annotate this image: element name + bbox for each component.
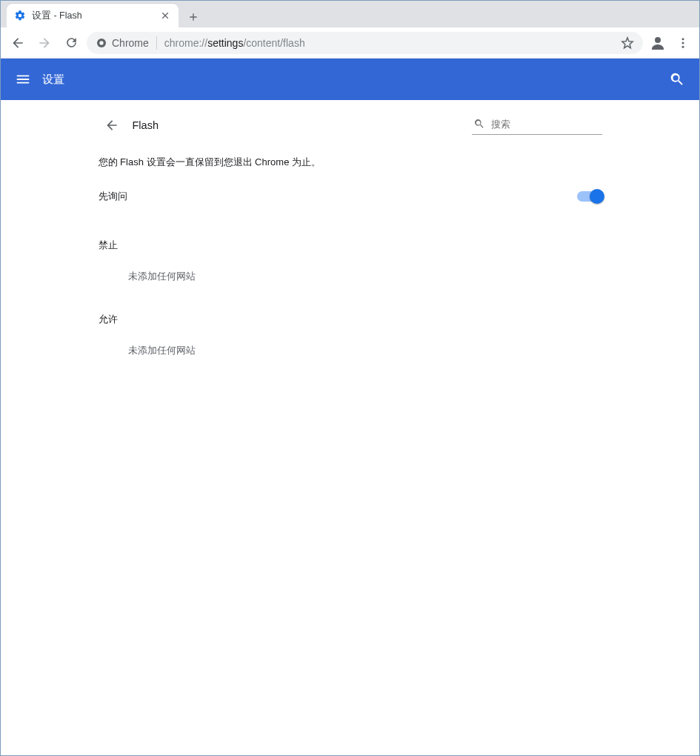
- settings-search-field[interactable]: [472, 115, 602, 135]
- browser-menu-button[interactable]: [673, 33, 693, 53]
- block-section-title: 禁止: [99, 216, 602, 258]
- allow-empty-message: 未添加任何网站: [99, 332, 602, 365]
- chrome-icon: [96, 37, 107, 49]
- new-tab-button[interactable]: [183, 7, 204, 27]
- security-chip: Chrome: [96, 37, 149, 49]
- flash-info-text: 您的 Flash 设置会一直保留到您退出 Chrome 为止。: [99, 144, 602, 176]
- allow-section-title: 允许: [99, 291, 602, 332]
- page-back-button[interactable]: [103, 116, 121, 134]
- profile-avatar[interactable]: [647, 33, 668, 53]
- browser-toolbar: Chrome chrome://settings/content/flash: [1, 27, 699, 59]
- forward-button[interactable]: [33, 32, 56, 54]
- block-empty-message: 未添加任何网站: [99, 258, 602, 291]
- svg-point-7: [99, 41, 103, 44]
- page-title: Flash: [133, 119, 159, 131]
- omnibox-divider: [156, 36, 157, 50]
- ask-first-label: 先询问: [99, 190, 127, 203]
- chrome-label: Chrome: [112, 37, 149, 49]
- settings-card: Flash 您的 Flash 设置会一直保留到您退出 Chrome 为止。 先询…: [99, 100, 602, 755]
- svg-point-8: [655, 37, 661, 43]
- tab-title: 设置 - Flash: [32, 10, 153, 22]
- toggle-thumb: [590, 189, 604, 204]
- ask-first-toggle[interactable]: [577, 191, 602, 202]
- menu-button[interactable]: [13, 69, 33, 90]
- svg-point-9: [682, 38, 684, 40]
- search-icon: [473, 118, 485, 130]
- reload-button[interactable]: [60, 32, 82, 54]
- bookmark-star-icon[interactable]: [621, 36, 634, 50]
- url-host: settings: [207, 37, 243, 49]
- gear-icon: [14, 10, 26, 21]
- browser-tab[interactable]: 设置 - Flash: [7, 4, 179, 27]
- url-scheme: chrome://: [164, 37, 207, 49]
- appbar-search-button[interactable]: [667, 69, 687, 90]
- close-tab-button[interactable]: [159, 10, 171, 21]
- address-bar[interactable]: Chrome chrome://settings/content/flash: [87, 32, 643, 54]
- settings-search-input[interactable]: [491, 119, 601, 130]
- settings-appbar: 设置: [1, 59, 699, 100]
- window-frame: 设置 - Flash Chrome chrome://settings: [0, 0, 700, 756]
- url-path: /content/flash: [243, 37, 304, 49]
- svg-point-10: [682, 42, 684, 44]
- back-button[interactable]: [7, 32, 29, 54]
- content-area: Flash 您的 Flash 设置会一直保留到您退出 Chrome 为止。 先询…: [1, 100, 699, 755]
- ask-first-row: 先询问: [99, 176, 602, 216]
- svg-point-11: [682, 45, 684, 47]
- tab-strip: 设置 - Flash: [1, 1, 699, 27]
- url-text: chrome://settings/content/flash: [164, 37, 613, 49]
- appbar-title: 设置: [42, 73, 64, 87]
